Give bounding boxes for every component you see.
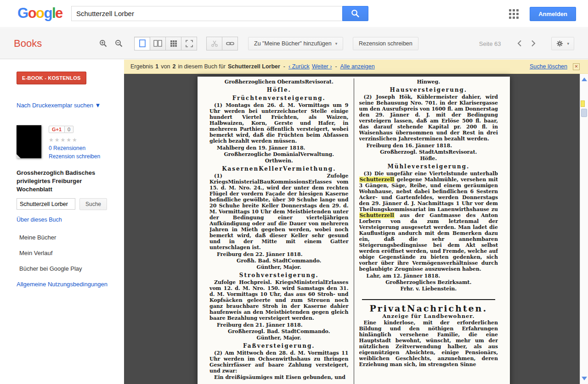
google-logo[interactable]: Google [17, 5, 62, 22]
two-page-icon [153, 40, 162, 47]
zoom-in-icon [99, 39, 107, 48]
page-nav-controls: Seite 63 ▾ [479, 37, 574, 50]
zoom-out-button[interactable] [111, 37, 127, 50]
book-column-2: Hinweg.Hausversteigerung.(2) Joseph Hök,… [359, 78, 498, 384]
book-line: Lahr, am 12. Jänner 1818. [359, 273, 498, 279]
book-line: Großherzogl. StadtAmtsRevisorat. [359, 149, 498, 155]
signin-button[interactable]: Anmelden [530, 7, 576, 21]
book-paragraph: (2) Am Mittwoch den 28. d. M. Vormittags… [209, 350, 349, 374]
next-result-link[interactable]: Weiter › [312, 63, 332, 70]
close-icon[interactable]: ✕ [573, 63, 580, 70]
zoom-controls [96, 37, 127, 50]
write-review-button[interactable]: Rezension schreiben [353, 37, 418, 50]
next-page-button[interactable] [526, 37, 540, 50]
logo-letter: o [36, 5, 44, 21]
link-button[interactable] [222, 37, 238, 50]
book-paragraph: (2) Joseph Hök, Küblermeister dahier, wi… [359, 94, 498, 142]
book-line: Höfle. [359, 156, 498, 161]
search-highlight: Schutterzell [359, 212, 395, 218]
book-line: Großherzogliches Bezirksamt. [359, 279, 498, 285]
gplus-button[interactable]: G+1 [49, 126, 65, 133]
search-bar [71, 6, 368, 21]
clip-link-controls [207, 37, 238, 50]
book-line: Mahlberg den 19. Jänner 1818. [209, 145, 349, 151]
zoom-out-icon [115, 39, 123, 48]
view-all-results-link[interactable]: Alle anzeigen [340, 63, 375, 70]
two-page-view-button[interactable] [150, 37, 166, 50]
book-line: Freiburg den 16. Jänner 1818. [359, 143, 498, 149]
book-line: Strohversteigerung. [209, 273, 349, 278]
page-indicator: Seite 63 [479, 40, 501, 47]
google-books-app: Google Anmelden Books [0, 0, 588, 384]
apps-grid-icon[interactable] [509, 9, 519, 19]
write-review-link[interactable]: Rezension schreiben [49, 153, 100, 160]
search-hit-marker[interactable] [581, 100, 585, 107]
fullscreen-button[interactable] [181, 37, 197, 50]
scrollbar-thumb[interactable] [581, 109, 587, 117]
book-line: Großherzogl. Bad. StadtCommando. [209, 328, 349, 334]
book-line: Faßversteigerung. [209, 343, 349, 349]
book-search-button[interactable]: Suche [79, 198, 107, 210]
book-page: Großherzoglichen OberamtsRevisorat.Höfle… [198, 77, 510, 384]
book-title: Grossherzoglich Badisches privilegirtes … [17, 169, 116, 194]
sidebar-item-terms[interactable]: Allgemeine Nutzungsbedingungen [17, 281, 124, 288]
book-line: Hinweg. [359, 79, 498, 85]
add-to-library-button[interactable]: Zu "Meine Bücher" hinzufügen ▾ [248, 37, 343, 50]
reviews-count-link[interactable]: 0 Rezensionen [49, 145, 100, 151]
book-line: Hausversteigerung. [359, 87, 498, 93]
single-page-view-button[interactable] [134, 37, 150, 50]
book-line: KasernenKellerVermiethung. [209, 166, 349, 172]
book-line: Großh. Bad. StadtCommando. [209, 258, 349, 264]
star-rating: ★★★★★ [49, 137, 100, 143]
viewer-scrollbar[interactable] [580, 74, 588, 384]
book-rule [362, 299, 496, 300]
search-highlight: Schutterzell [359, 177, 395, 183]
viewer-area: Ergebnis 1 von 2 in diesem Buch für Schu… [124, 60, 588, 384]
scroll-down-arrow[interactable] [582, 377, 587, 380]
settings-button[interactable]: ▾ [551, 37, 574, 50]
book-meta: G+1 0 ★★★★★ 0 Rezensionen Rezension schr… [17, 125, 124, 160]
thumbnail-view-button[interactable] [165, 37, 181, 50]
scissors-icon [211, 40, 218, 47]
gplus-widget: G+1 0 [49, 126, 100, 133]
results-of: von [161, 63, 170, 70]
book-paragraph: (1) Montags den 26. d. M. Vormittags um … [209, 102, 349, 144]
book-line: Günther, Major. [209, 335, 349, 341]
logo-letter: o [28, 5, 36, 21]
logo-letter: l [52, 5, 55, 21]
ebook-free-button[interactable]: E-BOOK - KOSTENLOS [17, 72, 86, 84]
book-viewer[interactable]: Großherzoglichen OberamtsRevisorat.Höfle… [124, 74, 580, 384]
clear-search-link[interactable]: Suche löschen [530, 63, 567, 70]
results-query: Schutterzell Lorber [228, 63, 280, 70]
search-icon [351, 9, 360, 18]
zoom-in-button[interactable] [96, 37, 111, 50]
in-book-search: Suche [17, 198, 124, 210]
print-copy-search-link[interactable]: Nach Druckexemplar suchen ▼ [17, 102, 124, 109]
book-search-input[interactable] [17, 198, 75, 210]
gear-icon [556, 40, 563, 47]
previous-page-button[interactable] [513, 37, 526, 50]
search-button[interactable] [342, 6, 368, 21]
clip-button[interactable] [206, 37, 222, 50]
books-brand[interactable]: Books [14, 38, 42, 50]
book-cover-thumbnail[interactable] [17, 125, 41, 158]
sidebar-item-my-history[interactable]: Mein Verlauf [17, 250, 124, 256]
caret-down-icon: ▾ [335, 41, 338, 46]
caret-down-icon: ▾ [567, 41, 569, 46]
previous-result-link[interactable]: ‹ Zurück [288, 63, 310, 70]
sidebar-item-google-play-books[interactable]: Bücher bei Google Play [17, 265, 124, 272]
logo-letter: g [44, 5, 52, 21]
book-line: PrivatNachrichten. [359, 306, 498, 312]
book-line: Mühleversteigerung. [359, 164, 498, 170]
search-input[interactable] [71, 6, 342, 21]
book-line: Freiburg den 21. Jänner 1818. [209, 322, 349, 328]
sidebar-item-my-books[interactable]: Meine Bücher [17, 234, 124, 241]
book-paragraph: (1) Zufolge KriegsMinisterialBauKommissi… [209, 173, 349, 250]
about-book-link[interactable]: Über dieses Buch [17, 217, 124, 223]
thumbnail-grid-icon [170, 40, 177, 47]
sidebar: E-BOOK - KOSTENLOS Nach Druckexemplar su… [0, 60, 124, 384]
view-mode-controls [135, 37, 197, 50]
results-total: 2 [172, 63, 175, 70]
scroll-up-arrow[interactable] [582, 78, 587, 81]
book-line: Günther, Major. [209, 264, 349, 270]
